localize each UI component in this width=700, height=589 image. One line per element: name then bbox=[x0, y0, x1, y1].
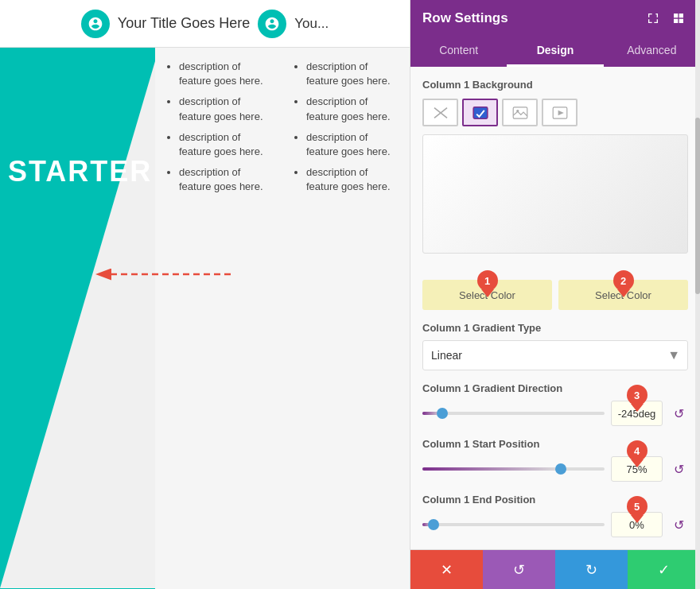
gradient-start-label: Column 1 Start Position bbox=[422, 438, 688, 450]
gradient-preview bbox=[422, 134, 688, 254]
header-icons bbox=[644, 9, 688, 28]
settings-body: Column 1 Background bbox=[410, 67, 700, 549]
badge-2: 2 bbox=[613, 270, 634, 291]
tab-advanced[interactable]: Advanced bbox=[604, 36, 700, 67]
tab-content[interactable]: Content bbox=[410, 36, 507, 67]
svg-marker-8 bbox=[558, 110, 563, 114]
svg-rect-4 bbox=[473, 107, 488, 118]
cancel-button[interactable]: ✕ bbox=[410, 550, 483, 589]
gradient-direction-label: Column 1 Gradient Direction bbox=[422, 382, 688, 394]
list-item: description of feature goes here. bbox=[306, 60, 402, 88]
gradient-start-value-wrapper: 4 75% bbox=[611, 456, 663, 482]
settings-panel: Row Settings Content Design Advanced bbox=[410, 0, 700, 589]
gradient-direction-section: Column 1 Gradient Direction 3 -245deg ↺ bbox=[422, 382, 688, 426]
feature-list-1: description of feature goes here. descri… bbox=[163, 60, 274, 195]
gradient-type-label: Column 1 Gradient Type bbox=[422, 322, 688, 334]
page-preview: STARTER Your Title Goes Here You... bbox=[0, 0, 410, 589]
redo-button[interactable]: ↻ bbox=[555, 550, 628, 589]
gradient-direction-track bbox=[422, 412, 605, 415]
gradient-end-section: Column 1 End Position 5 0% ↺ bbox=[422, 494, 688, 537]
gradient-start-slider-wrapper bbox=[422, 467, 605, 471]
confirm-button[interactable]: ✓ bbox=[628, 550, 700, 589]
feature-list-2: description of feature goes here. descri… bbox=[290, 60, 402, 195]
bg-type-selector bbox=[422, 99, 688, 126]
bg-section: Column 1 Background bbox=[422, 79, 688, 310]
column-1: description of feature goes here. descri… bbox=[155, 48, 282, 589]
bg-type-color[interactable] bbox=[462, 99, 498, 126]
gradient-end-thumb[interactable] bbox=[428, 519, 439, 530]
gradient-end-row: 5 0% ↺ bbox=[422, 512, 688, 537]
color-selectors: 1 Select Color 2 Select Color bbox=[422, 265, 688, 310]
settings-title: Row Settings bbox=[422, 10, 508, 26]
color-select-btn-1[interactable]: 1 Select Color bbox=[422, 280, 552, 310]
scrollbar-track bbox=[695, 0, 700, 589]
svg-rect-5 bbox=[513, 107, 527, 118]
gradient-direction-slider-wrapper bbox=[422, 412, 605, 415]
settings-header: Row Settings bbox=[410, 0, 700, 36]
color-select-btn-2[interactable]: 2 Select Color bbox=[558, 280, 688, 310]
bg-type-video[interactable] bbox=[542, 99, 578, 126]
gradient-end-slider-wrapper bbox=[422, 523, 605, 526]
content-columns: description of feature goes here. descri… bbox=[155, 48, 410, 589]
list-item: description of feature goes here. bbox=[179, 130, 274, 159]
tab-design[interactable]: Design bbox=[507, 36, 603, 67]
title-truncated: You... bbox=[294, 16, 329, 32]
action-bar: ✕ ↺ ↻ ✓ bbox=[410, 549, 700, 589]
gradient-end-track bbox=[422, 523, 605, 526]
gradient-start-thumb[interactable] bbox=[555, 463, 566, 475]
gradient-start-track bbox=[422, 467, 605, 471]
page-title: Your Title Goes Here bbox=[118, 15, 250, 32]
gradient-end-reset[interactable]: ↺ bbox=[669, 515, 688, 534]
list-item: description of feature goes here. bbox=[179, 95, 274, 123]
gradient-start-fill bbox=[422, 467, 559, 471]
gradient-direction-row: 3 -245deg ↺ bbox=[422, 401, 688, 426]
gradient-type-select-wrapper: LinearRadial ▼ bbox=[422, 340, 688, 370]
settings-tabs: Content Design Advanced bbox=[410, 36, 700, 67]
gradient-start-row: 4 75% ↺ bbox=[422, 456, 688, 482]
arrow-annotation bbox=[103, 262, 239, 289]
settings-icon-fullscreen[interactable] bbox=[644, 9, 663, 28]
starter-label: STARTER bbox=[8, 155, 152, 188]
list-item: description of feature goes here. bbox=[179, 165, 274, 194]
bg-type-none[interactable] bbox=[422, 99, 458, 126]
column-2: description of feature goes here. descri… bbox=[282, 48, 410, 589]
gradient-start-reset[interactable]: ↺ bbox=[669, 459, 688, 479]
bg-type-image[interactable] bbox=[502, 99, 538, 126]
scrollbar-thumb[interactable] bbox=[695, 118, 700, 294]
settings-icon-grid[interactable] bbox=[669, 9, 688, 28]
header-icon-left bbox=[81, 10, 110, 38]
gradient-direction-thumb[interactable] bbox=[437, 408, 448, 419]
bg-section-label: Column 1 Background bbox=[422, 79, 688, 91]
gradient-direction-reset[interactable]: ↺ bbox=[669, 404, 688, 423]
badge-3: 3 bbox=[627, 385, 648, 405]
header-icon-right bbox=[258, 10, 286, 38]
gradient-type-select[interactable]: LinearRadial bbox=[422, 340, 688, 370]
gradient-start-section: Column 1 Start Position 4 75% ↺ bbox=[422, 438, 688, 482]
badge-5: 5 bbox=[627, 496, 648, 517]
gradient-end-value-wrapper: 5 0% bbox=[611, 512, 663, 537]
gradient-direction-value-wrapper: 3 -245deg bbox=[611, 401, 663, 426]
list-item: description of feature goes here. bbox=[306, 130, 402, 159]
gradient-end-label: Column 1 End Position bbox=[422, 494, 688, 506]
page-header: Your Title Goes Here You... bbox=[0, 0, 410, 48]
undo-button[interactable]: ↺ bbox=[483, 550, 555, 589]
badge-4: 4 bbox=[627, 440, 648, 461]
list-item: description of feature goes here. bbox=[306, 95, 402, 123]
badge-1: 1 bbox=[477, 270, 498, 291]
list-item: description of feature goes here. bbox=[306, 165, 402, 194]
list-item: description of feature goes here. bbox=[179, 60, 274, 88]
gradient-type-section: Column 1 Gradient Type LinearRadial ▼ bbox=[422, 322, 688, 370]
